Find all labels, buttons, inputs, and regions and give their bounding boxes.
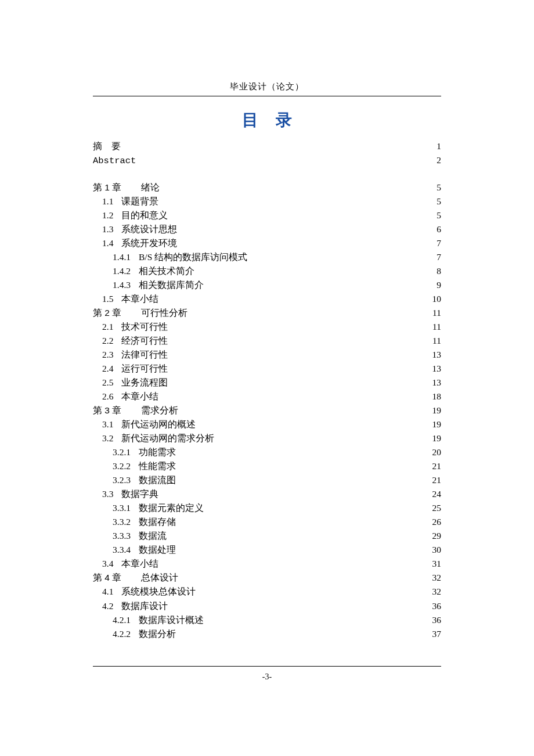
toc-entry-number: 3.2.2 <box>113 459 131 473</box>
toc-entry-page: 36 <box>432 613 442 627</box>
toc-entry: 3.3.4数据处理30 <box>93 543 441 557</box>
toc-entry-text: 绪论 <box>141 181 160 195</box>
toc-entry-page: 5 <box>436 208 441 222</box>
toc-entry-page: 18 <box>432 390 442 404</box>
toc-entry-number: 3.3.1 <box>113 501 131 515</box>
toc-entry-number: 4.2 <box>102 599 113 613</box>
toc-entry: 4.2数据库设计36 <box>93 599 441 613</box>
toc-entry-number: 第 2 章 <box>93 306 121 320</box>
toc-title: 目录 <box>93 109 441 131</box>
toc-entry: 3.2.3数据流图21 <box>93 473 441 487</box>
toc-entry-text: 数据库设计概述 <box>139 613 204 627</box>
toc-entry-number: 3.2.1 <box>113 445 131 459</box>
toc-entry-number: 3.4 <box>102 557 113 571</box>
toc-entry-page: 13 <box>432 362 442 376</box>
toc-entry-number: 1.4.1 <box>113 250 131 264</box>
header-rule <box>93 96 441 96</box>
toc-entry: 2.1技术可行性11 <box>93 320 441 334</box>
toc-entry-page: 2 <box>436 153 441 167</box>
footer-rule <box>93 666 441 667</box>
toc-entry-text: 新代运动网的需求分析 <box>121 431 214 445</box>
toc-entry: 第 1 章绪论5 <box>93 181 441 195</box>
toc-entry-page: 7 <box>436 236 441 250</box>
toc-entry-page: 11 <box>432 320 441 334</box>
toc-entry-text: 可行性分析 <box>141 306 187 320</box>
toc-entry-text: 相关数据库简介 <box>139 278 204 292</box>
toc-entry-text: 本章小结 <box>121 292 158 306</box>
toc-entry-text: 数据字典 <box>121 487 158 501</box>
toc-entry-text: 系统模块总体设计 <box>121 585 196 599</box>
toc-entry-number: 4.2.2 <box>113 627 131 641</box>
toc-entry: 2.4运行可行性13 <box>93 362 441 376</box>
toc-entry-text: 法律可行性 <box>121 348 168 362</box>
toc-entry-page: 30 <box>432 543 442 557</box>
toc-entry-number: 4.2.1 <box>113 613 131 627</box>
toc-entry-text: 运行可行性 <box>121 362 168 376</box>
page-number: -3- <box>0 672 534 682</box>
toc-entry-number: 3.1 <box>102 417 113 431</box>
toc-entry-page: 10 <box>432 292 442 306</box>
toc-entry-page: 37 <box>432 627 442 641</box>
toc-entry-text: 本章小结 <box>121 390 158 404</box>
toc-entry-page: 32 <box>432 585 442 599</box>
toc-entry-page: 19 <box>432 417 442 431</box>
toc-entry-text: 目的和意义 <box>121 208 168 222</box>
toc-entry-page: 26 <box>432 515 442 529</box>
toc-entry: 2.6本章小结18 <box>93 390 441 404</box>
toc-entry-number: 1.5 <box>102 292 113 306</box>
toc-entry: 第 2 章可行性分析11 <box>93 306 441 320</box>
table-of-contents: 摘 要1Abstract2第 1 章绪论51.1课题背景51.2目的和意义51.… <box>93 139 441 641</box>
toc-entry-number: 1.4.2 <box>113 264 131 278</box>
toc-entry-text: 系统设计思想 <box>121 222 177 236</box>
toc-entry: 1.1课题背景5 <box>93 195 441 208</box>
toc-entry-page: 31 <box>432 557 442 571</box>
toc-entry-text: 数据存储 <box>139 515 176 529</box>
toc-entry-number: 3.3 <box>102 487 113 501</box>
running-header: 毕业设计（论文） <box>93 81 441 96</box>
toc-entry-page: 11 <box>432 334 441 348</box>
toc-entry: 4.2.1数据库设计概述36 <box>93 613 441 627</box>
toc-entry-page: 1 <box>436 139 441 153</box>
toc-entry-number: 1.4.3 <box>113 278 131 292</box>
toc-entry: 2.3法律可行性13 <box>93 348 441 362</box>
toc-entry-number: 2.4 <box>102 362 113 376</box>
toc-entry-page: 7 <box>436 250 441 264</box>
toc-entry-number: 3.3.3 <box>113 529 131 543</box>
toc-entry-number: 3.2 <box>102 431 113 445</box>
toc-entry-page: 5 <box>436 195 441 208</box>
toc-entry-text: 技术可行性 <box>121 320 168 334</box>
toc-entry-text: 数据元素的定义 <box>139 501 204 515</box>
toc-entry: 3.2新代运动网的需求分析19 <box>93 431 441 445</box>
toc-entry-page: 25 <box>432 501 442 515</box>
toc-entry-page: 24 <box>432 487 442 501</box>
toc-entry: 第 3 章需求分析19 <box>93 404 441 417</box>
toc-entry-page: 8 <box>436 264 441 278</box>
toc-entry-page: 29 <box>432 529 442 543</box>
toc-entry-page: 21 <box>432 473 442 487</box>
toc-entry-number: 第 3 章 <box>93 404 121 417</box>
toc-entry: 3.3.3数据流29 <box>93 529 441 543</box>
toc-entry-text: 总体设计 <box>141 571 178 585</box>
toc-entry-number: 2.6 <box>102 390 113 404</box>
toc-entry: 1.4.2相关技术简介8 <box>93 264 441 278</box>
toc-entry-page: 11 <box>432 306 441 320</box>
toc-entry: 1.3系统设计思想6 <box>93 222 441 236</box>
toc-entry: 1.4.1B/S 结构的数据库访问模式7 <box>93 250 441 264</box>
toc-entry: 3.3.2数据存储26 <box>93 515 441 529</box>
toc-entry: 3.2.1功能需求20 <box>93 445 441 459</box>
toc-entry-text: 新代运动网的概述 <box>121 417 196 431</box>
toc-entry-text: B/S 结构的数据库访问模式 <box>139 250 247 264</box>
toc-entry-page: 21 <box>432 459 442 473</box>
toc-entry-page: 19 <box>432 404 442 417</box>
toc-entry-number: 2.3 <box>102 348 113 362</box>
toc-entry: 4.1系统模块总体设计32 <box>93 585 441 599</box>
toc-entry-number: 3.2.3 <box>113 473 131 487</box>
toc-entry: 3.3数据字典24 <box>93 487 441 501</box>
toc-entry-text: 功能需求 <box>139 445 176 459</box>
toc-entry-text: 数据处理 <box>139 543 176 557</box>
toc-entry-text: 业务流程图 <box>121 376 168 390</box>
document-page: 毕业设计（论文） 目录 摘 要1Abstract2第 1 章绪论51.1课题背景… <box>0 0 534 641</box>
toc-entry: 4.2.2数据分析37 <box>93 627 441 641</box>
toc-entry-number: 第 4 章 <box>93 571 121 585</box>
toc-entry-number: 1.1 <box>102 195 113 208</box>
